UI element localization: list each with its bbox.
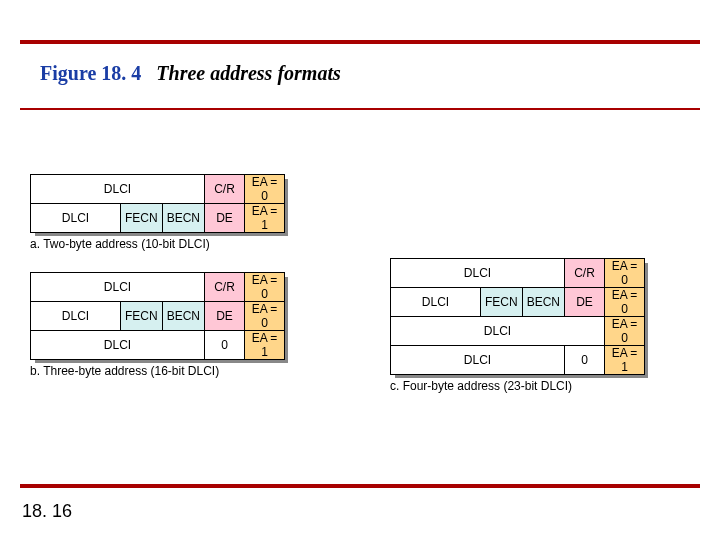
address-format-a: DLCI C/R EA = 0 DLCI FECN BECN DE EA = 1… (30, 174, 285, 251)
field-becn: BECN (162, 204, 204, 233)
field-ea: EA = 0 (605, 317, 645, 346)
field-becn: BECN (162, 302, 204, 331)
divider-bottom (20, 484, 700, 488)
field-dlci: DLCI (31, 204, 121, 233)
field-dlci: DLCI (31, 331, 205, 360)
figure-number: Figure 18. 4 (40, 62, 141, 84)
field-dlci: DLCI (31, 302, 121, 331)
field-fecn: FECN (121, 204, 163, 233)
address-table-a: DLCI C/R EA = 0 DLCI FECN BECN DE EA = 1 (30, 174, 285, 233)
field-ea: EA = 1 (605, 346, 645, 375)
field-de: DE (205, 204, 245, 233)
field-cr: C/R (205, 175, 245, 204)
field-ea: EA = 0 (605, 288, 645, 317)
caption-b: b. Three-byte address (16-bit DLCI) (30, 364, 285, 378)
field-dlci: DLCI (391, 259, 565, 288)
field-ea: EA = 0 (245, 302, 285, 331)
field-ea: EA = 0 (245, 273, 285, 302)
table-row: DLCI FECN BECN DE EA = 0 (391, 288, 645, 317)
table-row: DLCI C/R EA = 0 (31, 175, 285, 204)
field-de: DE (205, 302, 245, 331)
field-dlci: DLCI (391, 288, 481, 317)
figure-title: Figure 18. 4 Three address formats (40, 62, 341, 85)
field-dlci: DLCI (31, 273, 205, 302)
address-table-c: DLCI C/R EA = 0 DLCI FECN BECN DE EA = 0… (390, 258, 645, 375)
field-fecn: FECN (121, 302, 163, 331)
table-row: DLCI EA = 0 (391, 317, 645, 346)
divider-top (20, 40, 700, 44)
field-zero: 0 (565, 346, 605, 375)
field-fecn: FECN (481, 288, 523, 317)
field-cr: C/R (205, 273, 245, 302)
field-zero: 0 (205, 331, 245, 360)
caption-a: a. Two-byte address (10-bit DLCI) (30, 237, 285, 251)
address-format-b: DLCI C/R EA = 0 DLCI FECN BECN DE EA = 0… (30, 272, 285, 378)
table-row: DLCI C/R EA = 0 (391, 259, 645, 288)
field-dlci: DLCI (391, 346, 565, 375)
address-format-c: DLCI C/R EA = 0 DLCI FECN BECN DE EA = 0… (390, 258, 645, 393)
page-number: 18. 16 (22, 501, 72, 522)
field-dlci: DLCI (31, 175, 205, 204)
field-ea: EA = 1 (245, 331, 285, 360)
table-row: DLCI C/R EA = 0 (31, 273, 285, 302)
figure-caption: Three address formats (156, 62, 340, 84)
field-becn: BECN (522, 288, 564, 317)
caption-c: c. Four-byte address (23-bit DLCI) (390, 379, 645, 393)
field-cr: C/R (565, 259, 605, 288)
field-ea: EA = 0 (245, 175, 285, 204)
field-ea: EA = 1 (245, 204, 285, 233)
table-row: DLCI FECN BECN DE EA = 0 (31, 302, 285, 331)
field-ea: EA = 0 (605, 259, 645, 288)
address-table-b: DLCI C/R EA = 0 DLCI FECN BECN DE EA = 0… (30, 272, 285, 360)
table-row: DLCI 0 EA = 1 (31, 331, 285, 360)
table-row: DLCI FECN BECN DE EA = 1 (31, 204, 285, 233)
field-de: DE (565, 288, 605, 317)
divider-mid (20, 108, 700, 110)
field-dlci: DLCI (391, 317, 605, 346)
table-row: DLCI 0 EA = 1 (391, 346, 645, 375)
